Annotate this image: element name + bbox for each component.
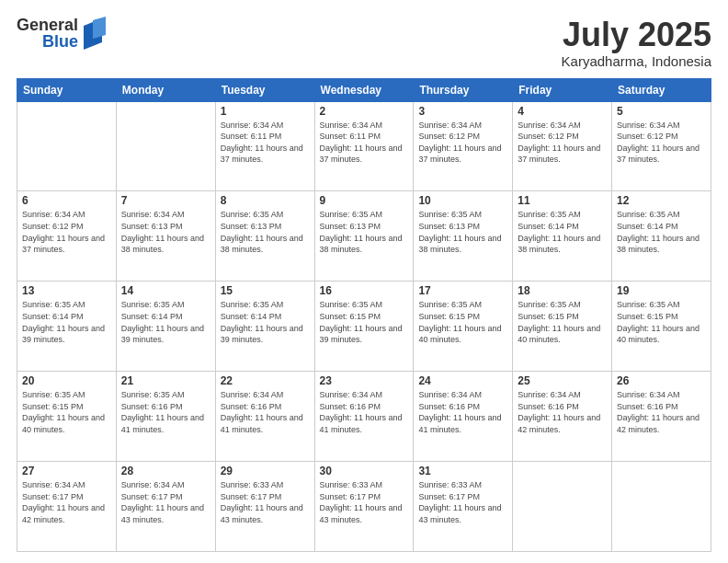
calendar-cell: 20Sunrise: 6:35 AMSunset: 6:15 PMDayligh… xyxy=(17,372,117,462)
calendar-cell: 30Sunrise: 6:33 AMSunset: 6:17 PMDayligh… xyxy=(314,462,414,552)
day-number: 18 xyxy=(518,284,607,297)
day-detail: Sunrise: 6:35 AMSunset: 6:13 PMDaylight:… xyxy=(320,209,409,255)
day-number: 30 xyxy=(320,465,409,477)
calendar-week-3: 13Sunrise: 6:35 AMSunset: 6:14 PMDayligh… xyxy=(17,282,711,372)
day-detail: Sunrise: 6:35 AMSunset: 6:15 PMDaylight:… xyxy=(22,389,111,435)
calendar-cell: 24Sunrise: 6:34 AMSunset: 6:16 PMDayligh… xyxy=(414,372,513,462)
calendar-week-4: 20Sunrise: 6:35 AMSunset: 6:15 PMDayligh… xyxy=(17,372,711,462)
calendar-cell: 1Sunrise: 6:34 AMSunset: 6:11 PMDaylight… xyxy=(215,101,314,191)
calendar-cell: 11Sunrise: 6:35 AMSunset: 6:14 PMDayligh… xyxy=(513,191,612,282)
calendar-cell: 2Sunrise: 6:34 AMSunset: 6:11 PMDaylight… xyxy=(314,101,414,191)
day-number: 8 xyxy=(221,194,310,207)
calendar-cell: 28Sunrise: 6:34 AMSunset: 6:17 PMDayligh… xyxy=(116,462,215,552)
calendar-cell: 8Sunrise: 6:35 AMSunset: 6:13 PMDaylight… xyxy=(215,191,314,282)
day-detail: Sunrise: 6:34 AMSunset: 6:13 PMDaylight:… xyxy=(121,209,210,255)
col-wednesday: Wednesday xyxy=(314,78,414,101)
calendar-cell: 23Sunrise: 6:34 AMSunset: 6:16 PMDayligh… xyxy=(314,372,414,462)
calendar-cell: 13Sunrise: 6:35 AMSunset: 6:14 PMDayligh… xyxy=(17,282,117,372)
calendar-cell: 4Sunrise: 6:34 AMSunset: 6:12 PMDaylight… xyxy=(513,101,612,191)
day-number: 25 xyxy=(518,374,607,387)
calendar-cell: 21Sunrise: 6:35 AMSunset: 6:16 PMDayligh… xyxy=(116,372,215,462)
calendar-cell xyxy=(612,462,711,552)
calendar-cell: 6Sunrise: 6:34 AMSunset: 6:12 PMDaylight… xyxy=(17,191,117,282)
col-thursday: Thursday xyxy=(414,78,513,101)
day-detail: Sunrise: 6:35 AMSunset: 6:14 PMDaylight:… xyxy=(518,209,607,255)
calendar-cell: 27Sunrise: 6:34 AMSunset: 6:17 PMDayligh… xyxy=(17,462,117,552)
day-detail: Sunrise: 6:35 AMSunset: 6:15 PMDaylight:… xyxy=(518,299,607,345)
day-detail: Sunrise: 6:35 AMSunset: 6:15 PMDaylight:… xyxy=(418,299,507,345)
day-number: 4 xyxy=(518,105,607,118)
day-number: 12 xyxy=(617,194,706,207)
calendar-cell: 7Sunrise: 6:34 AMSunset: 6:13 PMDaylight… xyxy=(116,191,215,282)
col-tuesday: Tuesday xyxy=(215,78,314,101)
day-number: 10 xyxy=(418,194,507,207)
col-sunday: Sunday xyxy=(17,78,117,101)
day-number: 19 xyxy=(617,284,706,297)
calendar-cell: 29Sunrise: 6:33 AMSunset: 6:17 PMDayligh… xyxy=(215,462,314,552)
day-number: 29 xyxy=(221,465,310,477)
day-detail: Sunrise: 6:35 AMSunset: 6:15 PMDaylight:… xyxy=(617,299,706,345)
day-number: 26 xyxy=(617,374,706,387)
day-number: 28 xyxy=(121,465,210,477)
calendar-cell: 22Sunrise: 6:34 AMSunset: 6:16 PMDayligh… xyxy=(215,372,314,462)
calendar-week-2: 6Sunrise: 6:34 AMSunset: 6:12 PMDaylight… xyxy=(17,191,711,282)
day-detail: Sunrise: 6:34 AMSunset: 6:16 PMDaylight:… xyxy=(617,389,706,435)
day-number: 31 xyxy=(418,465,507,477)
day-detail: Sunrise: 6:35 AMSunset: 6:14 PMDaylight:… xyxy=(121,299,210,345)
calendar-cell: 15Sunrise: 6:35 AMSunset: 6:14 PMDayligh… xyxy=(215,282,314,372)
calendar-cell: 14Sunrise: 6:35 AMSunset: 6:14 PMDayligh… xyxy=(116,282,215,372)
calendar-cell: 25Sunrise: 6:34 AMSunset: 6:16 PMDayligh… xyxy=(513,372,612,462)
calendar-table: Sunday Monday Tuesday Wednesday Thursday… xyxy=(17,78,711,552)
day-detail: Sunrise: 6:34 AMSunset: 6:11 PMDaylight:… xyxy=(320,120,409,166)
logo-icon xyxy=(80,17,106,50)
calendar-cell xyxy=(513,462,612,552)
calendar-cell: 5Sunrise: 6:34 AMSunset: 6:12 PMDaylight… xyxy=(612,101,711,191)
calendar-cell xyxy=(116,101,215,191)
day-number: 7 xyxy=(121,194,210,207)
day-detail: Sunrise: 6:33 AMSunset: 6:17 PMDaylight:… xyxy=(221,479,310,525)
calendar-cell: 3Sunrise: 6:34 AMSunset: 6:12 PMDaylight… xyxy=(414,101,513,191)
month-title: July 2025 xyxy=(562,17,711,53)
day-detail: Sunrise: 6:34 AMSunset: 6:17 PMDaylight:… xyxy=(121,479,210,525)
day-number: 1 xyxy=(221,105,310,118)
calendar-cell: 9Sunrise: 6:35 AMSunset: 6:13 PMDaylight… xyxy=(314,191,414,282)
day-detail: Sunrise: 6:34 AMSunset: 6:12 PMDaylight:… xyxy=(418,120,507,166)
calendar-cell: 12Sunrise: 6:35 AMSunset: 6:14 PMDayligh… xyxy=(612,191,711,282)
calendar-cell: 18Sunrise: 6:35 AMSunset: 6:15 PMDayligh… xyxy=(513,282,612,372)
location: Karyadharma, Indonesia xyxy=(562,53,711,69)
day-number: 6 xyxy=(22,194,111,207)
day-number: 16 xyxy=(320,284,409,297)
day-detail: Sunrise: 6:35 AMSunset: 6:14 PMDaylight:… xyxy=(22,299,111,345)
day-number: 5 xyxy=(617,105,706,118)
col-monday: Monday xyxy=(116,78,215,101)
logo-general: General xyxy=(17,17,78,33)
day-header-row: Sunday Monday Tuesday Wednesday Thursday… xyxy=(17,78,711,101)
day-number: 24 xyxy=(418,374,507,387)
day-detail: Sunrise: 6:34 AMSunset: 6:12 PMDaylight:… xyxy=(617,120,706,166)
day-number: 27 xyxy=(22,465,111,477)
calendar-cell: 31Sunrise: 6:33 AMSunset: 6:17 PMDayligh… xyxy=(414,462,513,552)
day-number: 9 xyxy=(320,194,409,207)
title-block: July 2025 Karyadharma, Indonesia xyxy=(562,17,711,69)
day-number: 3 xyxy=(418,105,507,118)
calendar-week-1: 1Sunrise: 6:34 AMSunset: 6:11 PMDaylight… xyxy=(17,101,711,191)
day-detail: Sunrise: 6:35 AMSunset: 6:13 PMDaylight:… xyxy=(221,209,310,255)
day-detail: Sunrise: 6:35 AMSunset: 6:14 PMDaylight:… xyxy=(617,209,706,255)
day-detail: Sunrise: 6:34 AMSunset: 6:12 PMDaylight:… xyxy=(518,120,607,166)
day-detail: Sunrise: 6:34 AMSunset: 6:16 PMDaylight:… xyxy=(320,389,409,435)
day-number: 21 xyxy=(121,374,210,387)
day-number: 23 xyxy=(320,374,409,387)
header: General Blue July 2025 Karyadharma, Indo… xyxy=(17,17,711,69)
logo: General Blue xyxy=(17,17,106,50)
day-detail: Sunrise: 6:35 AMSunset: 6:15 PMDaylight:… xyxy=(320,299,409,345)
day-number: 11 xyxy=(518,194,607,207)
day-detail: Sunrise: 6:33 AMSunset: 6:17 PMDaylight:… xyxy=(418,479,507,525)
logo-blue: Blue xyxy=(42,33,78,50)
day-detail: Sunrise: 6:34 AMSunset: 6:16 PMDaylight:… xyxy=(518,389,607,435)
day-detail: Sunrise: 6:35 AMSunset: 6:13 PMDaylight:… xyxy=(418,209,507,255)
calendar-cell: 10Sunrise: 6:35 AMSunset: 6:13 PMDayligh… xyxy=(414,191,513,282)
calendar-cell xyxy=(17,101,117,191)
col-friday: Friday xyxy=(513,78,612,101)
day-detail: Sunrise: 6:33 AMSunset: 6:17 PMDaylight:… xyxy=(320,479,409,525)
calendar-cell: 26Sunrise: 6:34 AMSunset: 6:16 PMDayligh… xyxy=(612,372,711,462)
